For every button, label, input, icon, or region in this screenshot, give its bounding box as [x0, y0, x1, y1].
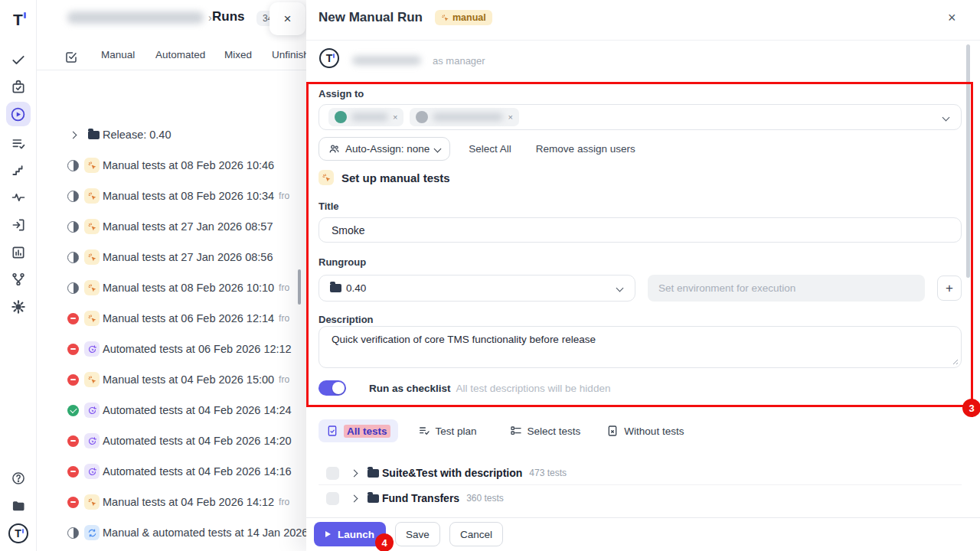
- assignee-chip[interactable]: ×: [410, 108, 518, 126]
- run-title: Manual tests at 04 Feb 2026 15:00: [103, 373, 274, 386]
- drawer-scrollbar[interactable]: [966, 44, 970, 278]
- save-button[interactable]: Save: [395, 522, 440, 546]
- run-list-item[interactable]: Automated tests at 04 Feb 2026 14:24: [37, 395, 306, 425]
- run-list-item[interactable]: Manual tests at 27 Jan 2026 08:57: [37, 211, 306, 242]
- status-inprogress-icon: [67, 191, 79, 202]
- automated-run-icon: [84, 464, 100, 479]
- run-list-item[interactable]: Manual tests at 06 Feb 2026 12:14 fro: [37, 303, 306, 334]
- annotation-number-4: 4: [375, 533, 394, 551]
- add-environment-button[interactable]: +: [937, 276, 962, 301]
- projects-button[interactable]: [6, 494, 31, 518]
- tab-manual[interactable]: Manual: [101, 49, 135, 60]
- mixed-run-icon: [84, 525, 100, 540]
- run-title: Automated tests at 06 Feb 2026 12:12: [103, 343, 292, 355]
- rungroup-label: Rungroup: [318, 256, 366, 268]
- suite-row[interactable]: Fund Transfers 360 tests: [306, 487, 962, 509]
- run-subtitle: fro: [279, 313, 289, 324]
- expand-chevron-icon[interactable]: [351, 469, 358, 477]
- sidebar-item-settings[interactable]: [6, 295, 31, 319]
- expand-chevron-icon[interactable]: [351, 494, 358, 502]
- remove-chip-icon[interactable]: ×: [393, 112, 397, 122]
- manual-run-icon: [84, 280, 100, 295]
- import-icon: [11, 217, 26, 233]
- help-button[interactable]: [6, 466, 31, 491]
- chevron-down-icon: [434, 145, 442, 153]
- status-passed-icon: [67, 405, 79, 416]
- tab-unfinished[interactable]: Unfinished: [272, 49, 306, 60]
- manager-avatar: T: [319, 48, 339, 68]
- run-list-item[interactable]: Automated tests at 06 Feb 2026 12:12: [37, 334, 306, 364]
- drawer-close-tab-button[interactable]: ×: [270, 2, 305, 35]
- users-icon: [328, 143, 340, 155]
- app-logo[interactable]: T: [6, 7, 31, 31]
- sidebar-item-tests[interactable]: [6, 47, 31, 72]
- assignee-chip[interactable]: ×: [328, 108, 403, 126]
- cancel-button[interactable]: Cancel: [449, 522, 503, 546]
- remove-chip-icon[interactable]: ×: [508, 112, 512, 122]
- select-all-button[interactable]: Select All: [469, 143, 511, 155]
- sidebar-item-import[interactable]: [6, 213, 31, 237]
- sidebar-item-milestones[interactable]: [6, 158, 31, 183]
- select-mode-icon[interactable]: [64, 51, 78, 67]
- runs-panel: › Runs 342 Manual Automated Mixed Unfini…: [37, 0, 306, 551]
- help-icon: [11, 471, 26, 486]
- resize-handle[interactable]: [951, 357, 958, 364]
- profile-avatar[interactable]: T: [6, 521, 31, 546]
- run-list-item[interactable]: Manual tests at 08 Feb 2026 10:34 fro: [37, 181, 306, 211]
- manual-run-icon: [84, 311, 100, 326]
- sidebar-item-pulse[interactable]: [6, 185, 31, 210]
- sidebar-item-branches[interactable]: [6, 267, 31, 292]
- tab-mixed[interactable]: Mixed: [224, 49, 252, 60]
- folder-icon: [11, 498, 26, 514]
- breadcrumb-project-blurred[interactable]: [67, 11, 204, 24]
- rungroup-select[interactable]: 0.40: [318, 275, 635, 302]
- run-title: Manual tests at 06 Feb 2026 12:14: [103, 312, 274, 324]
- run-title: Manual tests at 04 Feb 2026 14:12: [103, 496, 274, 508]
- expand-chevron-icon[interactable]: [70, 131, 77, 139]
- sidebar-item-runs[interactable]: [6, 102, 31, 126]
- status-failed-icon: [67, 466, 79, 478]
- remove-assign-users-button[interactable]: Remove assign users: [536, 143, 635, 155]
- title-input[interactable]: Smoke: [318, 217, 962, 243]
- run-list-item[interactable]: Manual tests at 27 Jan 2026 08:56: [37, 242, 306, 272]
- auto-assign-button[interactable]: Auto-Assign: none: [318, 137, 450, 161]
- manual-run-icon: [84, 249, 100, 265]
- run-list-item[interactable]: Automated tests at 04 Feb 2026 14:16: [37, 456, 306, 487]
- tab-select-tests[interactable]: Select tests: [510, 419, 581, 442]
- manual-click-icon: [318, 170, 334, 185]
- sidebar-item-analytics[interactable]: [6, 240, 31, 265]
- status-failed-icon: [67, 344, 79, 355]
- run-list-item[interactable]: Automated tests at 04 Feb 2026 14:20: [37, 425, 306, 456]
- assignees-multiselect[interactable]: × ×: [318, 104, 962, 130]
- environment-input[interactable]: Set environment for execution: [648, 275, 925, 302]
- suite-checkbox[interactable]: [326, 467, 339, 480]
- page-title: Runs: [212, 9, 245, 24]
- close-icon[interactable]: ×: [948, 10, 956, 26]
- manual-click-icon: [441, 14, 449, 22]
- tab-automated[interactable]: Automated: [155, 49, 205, 60]
- tab-all-tests[interactable]: All tests: [318, 419, 398, 442]
- manager-name-blurred: [352, 56, 421, 65]
- suite-checkbox[interactable]: [326, 492, 339, 505]
- tab-without-tests[interactable]: Without tests: [606, 419, 684, 442]
- run-list-item[interactable]: Manual tests at 04 Feb 2026 15:00 fro: [37, 364, 306, 395]
- run-as-checklist-toggle[interactable]: [318, 380, 346, 396]
- run-list-item[interactable]: Manual tests at 04 Feb 2026 14:12 fro: [37, 487, 306, 517]
- status-failed-icon: [67, 313, 79, 324]
- runs-scrollbar[interactable]: [298, 269, 301, 305]
- tab-test-plan[interactable]: Test plan: [418, 419, 477, 442]
- run-title: Manual tests at 27 Jan 2026 08:56: [103, 251, 273, 263]
- sidebar-item-checklists[interactable]: [6, 132, 31, 156]
- chevron-down-icon[interactable]: [942, 113, 950, 121]
- run-type-badge: manual: [435, 10, 492, 25]
- run-list-item[interactable]: Manual tests at 08 Feb 2026 10:10 fro: [37, 272, 306, 303]
- run-group-row[interactable]: Release: 0.40: [37, 119, 306, 150]
- drawer-title: New Manual Run: [318, 10, 423, 25]
- run-list-item[interactable]: Manual & automated tests at 14 Jan 2026: [37, 517, 306, 548]
- run-title: Automated tests at 04 Feb 2026 14:16: [103, 465, 292, 478]
- suite-row[interactable]: Suite&Test with description 473 tests: [306, 462, 962, 484]
- sidebar-item-test-plans[interactable]: [6, 75, 31, 99]
- run-list-item[interactable]: Manual tests at 08 Feb 2026 10:46: [37, 150, 306, 181]
- suite-label: Suite&Test with description: [382, 467, 522, 479]
- description-textarea[interactable]: Quick verification of core TMS functiona…: [318, 326, 962, 368]
